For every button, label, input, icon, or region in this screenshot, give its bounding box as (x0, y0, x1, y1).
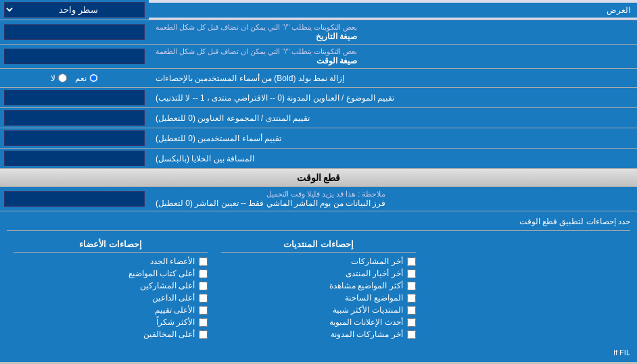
cutoff-row: ملاحظة : هذا قد يزيد قليلا وقت التحميل ف… (0, 187, 637, 211)
forums-col-title: إحصاءات المنتديات (221, 239, 415, 253)
topic-order-row: تقييم الموضوع / العناوين المدونة (0 -- ا… (0, 88, 637, 108)
stat-last-news-check[interactable] (407, 269, 416, 278)
date-format-label: بعض التكوينات يتطلب "/" التي يمكن ان تضا… (149, 20, 637, 44)
forum-order-input[interactable]: 33 (4, 110, 145, 126)
bold-no-option[interactable]: لا (51, 74, 67, 83)
topic-order-input-wrapper: 33 (0, 88, 149, 107)
stat-top-violators-check[interactable] (199, 330, 208, 339)
stats-section: حدد إحصاءات لتطبيق قطع الوقت إحصاءات الم… (0, 211, 637, 362)
stat-top-rated-check[interactable] (199, 306, 208, 315)
stat-blog-posts-check[interactable] (407, 330, 416, 339)
stat-top-posters-check[interactable] (199, 282, 208, 290)
stat-most-thanked-check[interactable] (199, 318, 208, 327)
forum-order-input-wrapper: 33 (0, 108, 149, 128)
date-format-row: بعض التكوينات يتطلب "/" التي يمكن ان تضا… (0, 20, 637, 45)
date-format-input[interactable]: d-m (4, 24, 145, 40)
cell-spacing-label: المسافة بين الخلايا (بالبكسل) (149, 149, 637, 168)
forum-order-label: تقييم المنتدى / المجموعة العناوين (0 للت… (149, 108, 637, 128)
topic-order-label: تقييم الموضوع / العناوين المدونة (0 -- ا… (149, 88, 637, 107)
stat-hot-topics-check[interactable] (407, 294, 416, 303)
bold-options: نعم لا (0, 69, 149, 87)
forum-order-row: تقييم المنتدى / المجموعة العناوين (0 للت… (0, 108, 637, 128)
stats-col-empty (423, 236, 630, 344)
time-format-label: بعض التكوينات يتطلب "/" التي يمكن ان تضا… (149, 45, 637, 68)
stats-columns: إحصاءات المنتديات أخر المشاركات أخر أخبا… (7, 236, 630, 344)
stat-similar-forums-check[interactable] (407, 306, 416, 315)
display-select[interactable]: سطر واحدسطرينثلاثة أسطر (4, 2, 145, 18)
stat-announcements: أحدث الإعلانات المبوبة (221, 317, 415, 327)
stat-most-viewed-check[interactable] (407, 282, 416, 290)
stat-announcements-check[interactable] (407, 318, 416, 327)
limit-label: حدد إحصاءات لتطبيق قطع الوقت (7, 217, 630, 226)
bold-no-radio[interactable] (58, 74, 67, 82)
user-names-row: تقييم أسماء المستخدمين (0 للتعطيل) 0 (0, 128, 637, 149)
if-fil-label: If FIL (7, 344, 630, 357)
stat-top-donors: أعلى الداعين (14, 293, 208, 303)
topic-order-input[interactable]: 33 (4, 90, 145, 105)
cutoff-label: ملاحظة : هذا قد يزيد قليلا وقت التحميل ف… (149, 187, 637, 211)
stat-most-viewed: أكثر المواضيع مشاهدة (221, 281, 415, 290)
bold-yes-radio[interactable] (89, 74, 98, 82)
date-format-input-wrapper: d-m (0, 20, 149, 44)
stat-top-topic-writers: أعلى كتاب المواضيع (14, 269, 208, 278)
stat-top-posters: أعلى المشاركين (14, 281, 208, 290)
stat-most-thanked: الأكثر شكراً (14, 317, 208, 327)
bold-yes-option[interactable]: نعم (75, 74, 98, 83)
user-names-label: تقييم أسماء المستخدمين (0 للتعطيل) (149, 128, 637, 148)
cell-spacing-row: المسافة بين الخلايا (بالبكسل) 2 (0, 149, 637, 169)
stat-top-donors-check[interactable] (199, 294, 208, 303)
stat-new-members: الأعضاء الجدد (14, 257, 208, 266)
cutoff-input[interactable]: 0 (4, 191, 145, 207)
time-format-input[interactable]: H:i (4, 49, 145, 64)
stats-col-members: إحصاءات الأعضاء الأعضاء الجدد أعلى كتاب … (7, 236, 214, 344)
main-container: العرض سطر واحدسطرينثلاثة أسطر بعض التكوي… (0, 0, 637, 362)
time-format-row: بعض التكوينات يتطلب "/" التي يمكن ان تضا… (0, 45, 637, 69)
stat-last-posts-check[interactable] (407, 257, 416, 266)
stat-last-news: أخر أخبار المنتدى (221, 269, 415, 278)
display-label: العرض (149, 3, 637, 18)
stat-hot-topics: المواضيع الساخنة (221, 293, 415, 303)
display-row: العرض سطر واحدسطرينثلاثة أسطر (0, 0, 637, 20)
members-col-title: إحصاءات الأعضاء (14, 239, 208, 253)
cutoff-input-wrapper: 0 (0, 187, 149, 211)
stats-col-forums: إحصاءات المنتديات أخر المشاركات أخر أخبا… (214, 236, 422, 344)
stat-top-topic-writers-check[interactable] (199, 269, 208, 278)
stat-new-members-check[interactable] (199, 257, 208, 266)
cell-spacing-input-wrapper: 2 (0, 149, 149, 168)
stat-top-rated: الأعلى تقييم (14, 305, 208, 315)
stat-similar-forums: المنتديات الأكثر شبية (221, 305, 415, 315)
bold-label: إزالة نمط بولد (Bold) من أسماء المستخدمي… (149, 69, 637, 87)
bold-radio-row: إزالة نمط بولد (Bold) من أسماء المستخدمي… (0, 69, 637, 88)
stat-top-violators: أعلى المخالفين (14, 330, 208, 339)
user-names-input[interactable]: 0 (4, 130, 145, 146)
time-format-input-wrapper: H:i (0, 45, 149, 68)
stat-blog-posts: أخر مشاركات المدونة (221, 330, 415, 339)
cell-spacing-input[interactable]: 2 (4, 151, 145, 166)
cutoff-section-header: قطع الوقت (0, 169, 637, 187)
stat-last-posts: أخر المشاركات (221, 257, 415, 266)
display-select-wrapper: سطر واحدسطرينثلاثة أسطر (0, 0, 149, 20)
user-names-input-wrapper: 0 (0, 128, 149, 148)
